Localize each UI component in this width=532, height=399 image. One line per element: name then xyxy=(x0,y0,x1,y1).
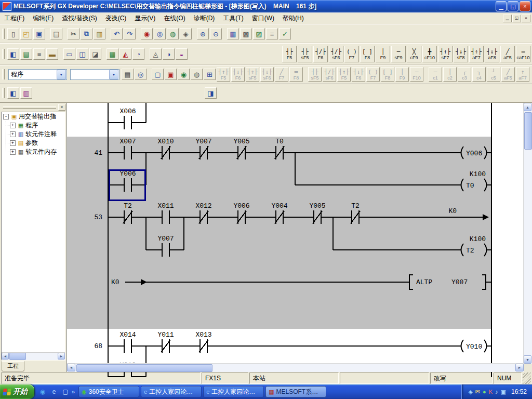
tree-root[interactable]: - ▣ 用交替输出指 xyxy=(2,112,65,121)
task-forum-2[interactable]: e 工控人家园论坛 - ... xyxy=(203,386,264,397)
read-mode-button[interactable]: ▢ xyxy=(152,69,164,80)
buffer-memory-button[interactable]: ▦ xyxy=(107,48,118,60)
scroll-thumb[interactable] xyxy=(76,364,212,372)
zoom-in-button[interactable]: ⊕ xyxy=(197,28,209,39)
clear-memory-button[interactable]: ◒ xyxy=(176,48,188,60)
project-tree-toggle-button[interactable]: ◧ xyxy=(7,48,19,60)
menu-item[interactable]: 工程(F) xyxy=(0,12,29,24)
project-tree[interactable]: - ▣ 用交替输出指 + ▦ 程序 xyxy=(1,112,65,361)
tray-mail-icon[interactable]: ✉ xyxy=(475,389,480,395)
scroll-up-icon[interactable]: ▲ xyxy=(524,103,531,111)
qlaunch-ie-icon[interactable]: e xyxy=(49,387,59,397)
secondary-select[interactable]: ▼ xyxy=(70,69,119,80)
child-restore-button[interactable]: ◱ xyxy=(512,15,521,22)
monitor-mode-button[interactable]: ◉ xyxy=(178,69,190,80)
closed-contact-button[interactable]: ┤/├F6 xyxy=(313,46,328,62)
note-display-button[interactable]: ▬ xyxy=(46,48,58,60)
restore-button[interactable]: ◱ xyxy=(508,1,518,11)
alias-format-button[interactable]: ▥ xyxy=(20,87,32,99)
delete-vertical-line-button[interactable]: ╳cF9 xyxy=(407,46,421,62)
paste-button[interactable]: ▥ xyxy=(94,28,105,39)
tray-safety-icon[interactable]: ● xyxy=(483,389,486,395)
menu-item[interactable]: 窗口(W) xyxy=(248,12,278,24)
copy-button[interactable]: ⧉ xyxy=(81,28,92,39)
menu-item[interactable]: 诊断(D) xyxy=(190,12,219,24)
tree-item-device-comment[interactable]: + ▥ 软元件注释 xyxy=(2,130,65,139)
falling-pulse-button[interactable]: ┤↓├sF8 xyxy=(454,46,468,62)
tray-ime-icon[interactable]: ▣ xyxy=(501,389,506,395)
sampling-trace-button[interactable]: ◬ xyxy=(150,48,162,60)
comment-display-button[interactable]: ▤ xyxy=(20,48,32,60)
statement-display-button[interactable]: ≡ xyxy=(33,48,45,60)
ladder-mode-button[interactable]: ▩ xyxy=(240,28,252,39)
toolbar-grip[interactable] xyxy=(2,29,5,39)
menu-item[interactable]: 查找/替换(S) xyxy=(58,12,101,24)
open-button[interactable]: ◰ xyxy=(20,28,32,39)
print-window-button[interactable]: ▤ xyxy=(122,69,134,80)
horizontal-line-button[interactable]: ─sF9 xyxy=(391,46,406,62)
coil-button[interactable]: ( )F7 xyxy=(344,46,359,62)
write-mode-button[interactable]: ▣ xyxy=(165,69,177,80)
task-melsoft[interactable]: ▦ MELSOFT系列 GX D... xyxy=(265,386,326,397)
device-test-button[interactable]: ◭ xyxy=(119,48,131,60)
menu-item[interactable]: 显示(V) xyxy=(130,12,159,24)
save-button[interactable]: ▣ xyxy=(33,28,45,39)
undo-button[interactable]: ↶ xyxy=(111,28,123,39)
program-select[interactable]: 程序 ▼ xyxy=(8,69,67,80)
insert-mode-button[interactable]: ⊞ xyxy=(204,69,216,80)
scroll-left-icon[interactable]: ◄ xyxy=(2,353,9,360)
ladder-canvas[interactable]: X006 41 X007 xyxy=(67,103,523,377)
tray-pc-manager-icon[interactable]: ◈ xyxy=(468,389,472,395)
toolbar-grip[interactable] xyxy=(2,69,5,79)
tray-volume-icon[interactable]: ♪ xyxy=(495,389,498,395)
find-coil-button[interactable]: ◍ xyxy=(167,28,179,39)
tray-antivirus-icon[interactable]: K xyxy=(489,389,493,395)
project-data-list-button[interactable]: ▦ xyxy=(227,28,239,39)
tree-item-parameter[interactable]: + ▤ 参数 xyxy=(2,139,65,148)
scroll-down-icon[interactable]: ▼ xyxy=(524,355,531,364)
alias-display-button[interactable]: ▭ xyxy=(63,48,75,60)
delete-line-button[interactable]: ═caF10 xyxy=(516,46,530,62)
menu-item[interactable]: 工具(T) xyxy=(219,12,247,24)
tree-item-program[interactable]: + ▦ 程序 xyxy=(2,121,65,130)
device-comment-button[interactable]: ≡ xyxy=(266,28,278,39)
op-rising-pulse-button[interactable]: ┤⇑├aF7 xyxy=(469,46,484,62)
menu-item[interactable]: 变换(C) xyxy=(101,12,131,24)
rung-x006-branch[interactable]: X006 xyxy=(108,103,146,129)
tree-item-device-memory[interactable]: + ▦ 软元件内存 xyxy=(2,148,65,156)
qlaunch-messenger-icon[interactable]: ◉ xyxy=(37,387,48,397)
find-contact-button[interactable]: ◎ xyxy=(154,28,166,39)
open-contact-button[interactable]: ┤├F5 xyxy=(282,46,297,62)
collapse-icon[interactable]: - xyxy=(3,114,9,119)
scroll-left-icon[interactable]: ◄ xyxy=(67,364,75,371)
find-device-button[interactable]: ◉ xyxy=(141,28,153,39)
monitor-write-mode-button[interactable]: ◍ xyxy=(191,69,203,80)
child-minimize-button[interactable]: ▁ xyxy=(503,15,512,22)
comment-format-button[interactable]: ◧ xyxy=(7,87,19,99)
minimize-button[interactable]: ▁ xyxy=(496,1,507,11)
scan-time-button[interactable]: ◔ xyxy=(132,48,144,60)
scroll-thumb[interactable] xyxy=(524,112,532,150)
chevron-down-icon[interactable]: ▼ xyxy=(57,70,66,79)
rising-pulse-button[interactable]: ┤↑├sF7 xyxy=(438,46,453,62)
close-icon[interactable]: × xyxy=(58,104,65,111)
find-replace-button[interactable]: ◎ xyxy=(135,69,147,80)
toolbar-grip[interactable] xyxy=(2,49,5,59)
project-tab[interactable]: 工程 xyxy=(2,361,24,371)
menu-item[interactable]: 编辑(E) xyxy=(29,12,58,24)
horizontal-scrollbar[interactable]: ◄ ► xyxy=(67,363,524,372)
task-forum-1[interactable]: e 工控人家园论坛 - ... xyxy=(141,386,202,397)
print-button[interactable]: ▤ xyxy=(50,28,62,39)
parallel-open-contact-button[interactable]: ┤├sF5 xyxy=(298,46,312,62)
invert-result-button[interactable]: ╱aF5 xyxy=(500,46,515,62)
menu-item[interactable]: 帮助(H) xyxy=(278,12,308,24)
remote-operation-button[interactable]: ◑ xyxy=(163,48,175,60)
sfc-mode-button[interactable]: ▨ xyxy=(253,28,265,39)
task-360-safety[interactable]: ◉ 360安全卫士 xyxy=(78,386,139,397)
cross-reference-button[interactable]: ◈ xyxy=(180,28,192,39)
cut-button[interactable]: ✂ xyxy=(68,28,79,39)
delete-horizontal-line-button[interactable]: ╋cF10 xyxy=(422,46,437,62)
resize-grip[interactable] xyxy=(523,373,531,384)
tree-horizontal-scrollbar[interactable]: ◄ ► xyxy=(2,352,65,360)
redo-button[interactable]: ↷ xyxy=(124,28,136,39)
